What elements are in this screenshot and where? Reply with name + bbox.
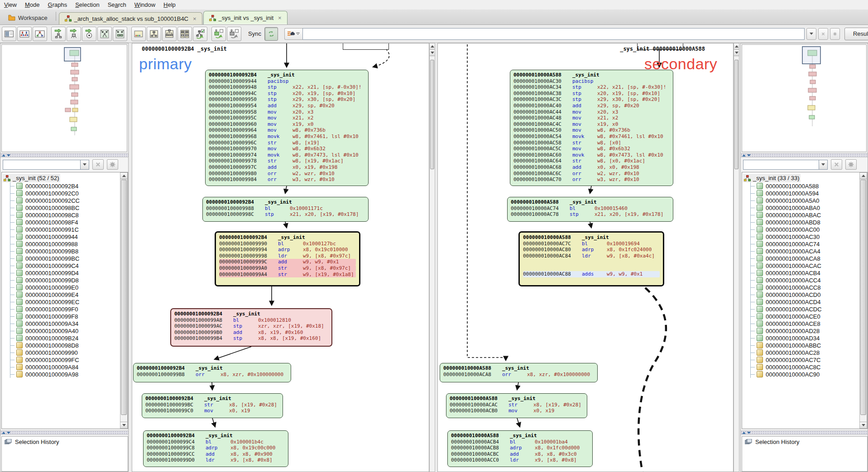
instruction-row[interactable]: 0000000100009994adrpx8, 0x19c010000 — [219, 247, 356, 253]
proximity-node-button[interactable] — [67, 27, 81, 41]
instruction-row[interactable]: 000000010000AC68addx0, x0, #0x198 — [513, 164, 670, 171]
tree-item-00000001000098D8[interactable]: 00000001000098D8 — [3, 342, 128, 349]
basic-block[interactable]: 000000010000A588_sys_init000000010000ACA… — [446, 393, 587, 418]
instruction-row[interactable]: 000000010000994Cstpx20, x19, [sp, #0x10] — [209, 91, 365, 97]
instruction-row[interactable]: 000000010000AC50movw8, #0x736b — [513, 127, 670, 133]
single-graph-view-button[interactable] — [33, 27, 47, 41]
tree-item-00000001000099C4[interactable]: 00000001000099C4 — [3, 262, 128, 269]
search-input[interactable] — [302, 28, 805, 40]
basic-block[interactable]: 00000001000092B4_sys_init00000001000099B… — [142, 393, 283, 418]
instruction-row[interactable]: 000000010000AC64strw8, [x0, #0x1ac] — [513, 158, 670, 164]
instruction-row[interactable]: 000000010000AC7Cbl0x100019694 — [523, 241, 660, 247]
secondary-graph-pane[interactable]: _sys_init 000000010000A588 secondary 000… — [437, 43, 734, 472]
secondary-tree-scrollbar[interactable] — [859, 172, 867, 429]
menu-mode[interactable]: Mode — [21, 0, 44, 9]
tree-item-0000000100009A84[interactable]: 0000000100009A84 — [3, 363, 128, 371]
secondary-overview-minimap[interactable] — [742, 44, 867, 152]
sidebar-splitter-bottom[interactable] — [0, 430, 128, 435]
tree-item-0000000100009944[interactable]: 0000000100009944 — [3, 233, 128, 240]
tab-close-icon[interactable]: × — [278, 15, 282, 21]
minimap-viewport[interactable] — [64, 48, 81, 61]
sidebar-splitter-top[interactable] — [741, 153, 868, 157]
collapse-down-icon[interactable] — [747, 432, 751, 434]
instruction-row[interactable]: 00000001000099D0ldrx9, [x8, #0x8] — [147, 457, 285, 463]
filter-clear-button[interactable] — [831, 159, 842, 170]
instruction-row[interactable]: 00000001000099B8orrx8, xzr, #0x100000000 — [137, 372, 288, 378]
tree-item-000000010000ACA8[interactable]: 000000010000ACA8 — [743, 255, 867, 262]
sidebar-splitter-bottom[interactable] — [741, 430, 868, 435]
collapse-down-icon[interactable] — [7, 154, 10, 157]
tree-item-00000001000092B4[interactable]: 00000001000092B4 — [3, 182, 128, 190]
instruction-row[interactable]: 000000010000ACC0ldrx9, [x8, #0x8] — [451, 457, 589, 463]
tree-item-00000001000099E4[interactable]: 00000001000099E4 — [3, 291, 128, 298]
clear-search-button[interactable] — [818, 28, 828, 40]
instruction-row[interactable]: 0000000100009950stpx29, x30, [sp, #0x20] — [209, 96, 365, 103]
instruction-row[interactable]: 000000010000AC80adrpx8, 0x1fc024000 — [523, 247, 660, 253]
instruction-row[interactable]: 000000010000AC54movkw8, #0x7461, lsl #0x… — [513, 133, 670, 140]
instruction-row[interactable]: 0000000100009944pacibsp — [209, 78, 365, 85]
tree-item-000000010000A5A0[interactable]: 000000010000A5A0 — [743, 197, 867, 204]
instruction-row[interactable]: 0000000100009958movx20, x3 — [209, 109, 365, 115]
instruction-row[interactable]: 000000010000AC6Corrw2, wzr, #0x10 — [513, 171, 670, 177]
results-button[interactable]: Results — [844, 28, 868, 40]
tree-item-0000000100009990[interactable]: 0000000100009990 — [3, 349, 128, 356]
tree-item-000000010000AC30[interactable]: 000000010000AC30 — [743, 233, 867, 240]
tree-item-000000010000A594[interactable]: 000000010000A594 — [743, 190, 867, 197]
collapse-down-icon[interactable] — [747, 154, 751, 157]
basic-block-selected[interactable]: 000000010000A588_sys_init000000010000AC7… — [518, 231, 664, 286]
scroll-up-button[interactable] — [430, 43, 435, 50]
tree-item-000000010000A588[interactable]: 000000010000A588 — [743, 182, 867, 190]
tree-item-00000001000099FC[interactable]: 00000001000099FC — [3, 356, 128, 363]
tree-item-0000000100009988[interactable]: 0000000100009988 — [3, 240, 128, 248]
instruction-row[interactable]: 00000001000099A0strw9, [x8, #0x97c] — [219, 265, 356, 272]
instruction-row[interactable]: 000000010000998Cstpx21, x20, [x19, #0x17… — [206, 211, 365, 218]
primary-graph-window-button[interactable] — [147, 27, 161, 41]
instruction-row[interactable]: 000000010000995Cmovx21, x2 — [209, 115, 365, 121]
tree-item-00000001000099F8[interactable]: 00000001000099F8 — [3, 313, 128, 320]
combined-graph-view-button[interactable] — [17, 27, 32, 41]
scroll-up-button[interactable] — [120, 173, 127, 179]
menu-graphs[interactable]: Graphs — [44, 0, 72, 9]
scroll-down-button[interactable] — [860, 422, 867, 428]
sync-secondary-node-button[interactable] — [227, 27, 241, 41]
instruction-row[interactable]: 0000000100009948stpx22, x21, [sp, #-0x30… — [209, 84, 365, 91]
menu-window[interactable]: Window — [130, 0, 159, 9]
scroll-up-button[interactable] — [734, 43, 739, 50]
basic-block-diff[interactable]: 00000001000092B4_sys_init00000001000099A… — [170, 308, 332, 347]
tree-item-000000010000ACC8[interactable]: 000000010000ACC8 — [743, 284, 867, 291]
tree-item-000000010000AD34[interactable]: 000000010000AD34 — [743, 334, 867, 342]
instruction-row[interactable]: 00000001000099ACstpxzr, xzr, [x19, #0x18… — [174, 323, 328, 329]
instruction-row[interactable]: 000000010000AC5Cmovw8, #0x6b32 — [513, 146, 670, 152]
tree-item-000000010000AC90[interactable]: 000000010000AC90 — [743, 371, 867, 378]
search-history-dropdown-button[interactable] — [806, 28, 816, 40]
tree-item-000000010000ACE0[interactable]: 000000010000ACE0 — [743, 313, 867, 320]
instruction-row[interactable]: 0000000100009980orrw2, wzr, #0x10 — [209, 171, 365, 177]
instruction-row[interactable]: 0000000100009970movw8, #0x6b32 — [209, 146, 365, 152]
sync-views-button[interactable] — [264, 27, 278, 41]
instruction-row[interactable]: 0000000100009984orrw3, wzr, #0x10 — [209, 176, 365, 183]
tree-item-000000010000ABAC[interactable]: 000000010000ABAC — [743, 211, 867, 219]
secondary-filter-input[interactable] — [743, 160, 819, 170]
instruction-row[interactable]: 000000010000AC4Cmovx19, x0 — [513, 121, 670, 128]
tree-root-function[interactable]: _sys_init (33 / 33) — [743, 174, 801, 182]
basic-block-selected[interactable]: 00000001000092B4_sys_init000000010000999… — [215, 231, 360, 286]
scroll-down-button[interactable] — [430, 50, 435, 56]
tree-item-000000010000ACAC[interactable]: 000000010000ACAC — [743, 262, 867, 269]
primary-filter-input[interactable] — [3, 160, 81, 170]
tree-item-000000010000ACA4[interactable]: 000000010000ACA4 — [743, 248, 867, 255]
workspace-tab[interactable]: Workspace — [3, 11, 53, 24]
zoom-to-selection-button[interactable] — [113, 27, 127, 41]
instruction-row[interactable]: 000000010000AC3Cstpx29, x30, [sp, #0x20] — [513, 96, 670, 103]
tree-item-0000000100009A40[interactable]: 0000000100009A40 — [3, 327, 128, 334]
instruction-row[interactable]: 000000010000ACB4bl0x100001ba4 — [451, 439, 589, 445]
center-selection-button[interactable] — [82, 27, 96, 41]
minimap-viewport[interactable] — [802, 47, 820, 64]
collapse-up-icon[interactable] — [2, 432, 5, 434]
tree-item-000000010000ACD4[interactable]: 000000010000ACD4 — [743, 298, 867, 305]
instruction-row[interactable]: 00000001000099A4strw9, [x19, #0x1a8] — [219, 272, 356, 278]
filter-clear-button[interactable] — [92, 159, 104, 170]
tree-item-00000001000099BC[interactable]: 00000001000099BC — [3, 255, 128, 262]
basic-block[interactable]: 00000001000092B4_sys_init000000010000994… — [205, 70, 369, 186]
instruction-row[interactable]: 00000001000099C4bl0x100001b4c — [147, 439, 285, 445]
menu-view[interactable]: View — [0, 0, 21, 9]
